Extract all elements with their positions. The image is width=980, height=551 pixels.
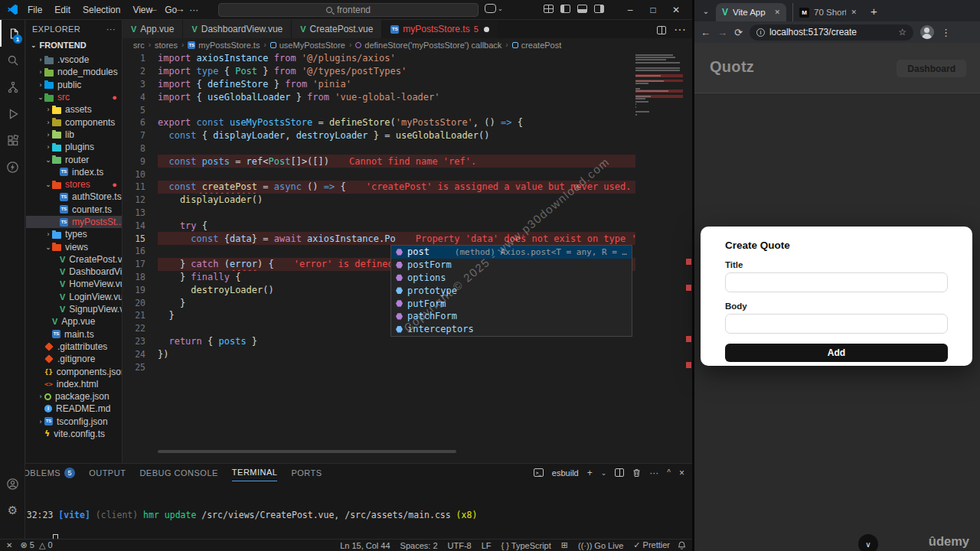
code-line-12[interactable]: 12 displayLoader() [122,194,635,207]
editor-tab-createpost-vue[interactable]: VCreatePost.vue [292,20,382,38]
code-line-10[interactable]: 10 [122,168,635,181]
suggest-item-interceptors[interactable]: interceptors [391,323,632,336]
split-terminal-icon[interactable] [615,468,624,477]
toggle-panel-icon[interactable] [577,5,587,13]
workspace-root-item[interactable]: ⌄ FRONTEND [26,38,122,52]
suggest-item-prototype[interactable]: prototype [391,284,632,297]
new-tab-button[interactable]: + [871,5,877,18]
source-control-icon[interactable] [0,73,25,100]
status-item[interactable]: Spaces: 2 [400,541,438,550]
panel-tab-output[interactable]: OUTPUT [89,464,126,481]
tree-item-createpost-vue[interactable]: VCreatePost.vue [26,253,122,266]
tree-item-index-ts[interactable]: TSindex.ts [26,166,122,178]
new-terminal-icon[interactable]: + [587,468,593,478]
run-debug-icon[interactable] [0,100,25,127]
tree-item-views[interactable]: ⌄views [26,240,122,253]
address-bar[interactable]: i localhost:5173/create ☆ [750,24,913,41]
breadcrumb-item[interactable]: src [133,41,145,50]
tree-item-components[interactable]: ›components [26,116,122,128]
breadcrumb-item[interactable]: defineStore('myPostsStore') callback [355,41,501,50]
tree-item-readme-md[interactable]: iREADME.md [26,403,122,415]
dashboard-button[interactable]: Dashboard [897,60,966,77]
tree-item-app-vue[interactable]: VApp.vue [26,315,122,328]
status-item[interactable]: Ln 15, Col 44 [340,541,390,550]
browser-back-icon[interactable]: ← [701,27,710,38]
tree-item-assets[interactable]: ›assets [26,103,122,116]
customize-layout-icon[interactable] [544,5,554,13]
menu-file[interactable]: File [21,3,48,17]
status-item[interactable]: ((·)) Go Live [578,541,623,550]
suggest-item-options[interactable]: options [391,272,632,285]
profile-avatar-icon[interactable] [920,25,934,39]
tree-item-stores[interactable]: ⌄stores● [26,178,122,191]
tree-item-authstore-ts[interactable]: TSauthStore.ts [26,191,122,203]
tree-item-node-modules[interactable]: ›node_modules [26,66,122,78]
code-line-23[interactable]: 23 return { posts } [122,335,635,348]
panel-more-actions-icon[interactable]: ··· [649,468,658,478]
tree-item-tsconfig-json[interactable]: ›TStsconfig.json [26,416,122,428]
editor-tab-app-vue[interactable]: VApp.vue [122,20,183,38]
thunder-extension-icon[interactable] [0,154,25,181]
tree-item-package-json[interactable]: ›package.json [26,390,122,403]
breadcrumb-item[interactable]: useMyPostsStore [270,41,345,50]
status-item[interactable]: UTF-8 [448,541,472,550]
tree-item-signupview-vue[interactable]: VSignupView.vue [26,303,122,315]
code-line-6[interactable]: 6export const useMyPostsStore = defineSt… [122,116,635,129]
panel-tab-terminal[interactable]: TERMINAL [232,464,278,481]
settings-gear-icon[interactable]: ⚙ [0,497,25,523]
panel-tab-ports[interactable]: PORTS [291,464,322,481]
browser-menu-icon[interactable]: ⋮ [941,27,951,38]
horizontal-scrollbar[interactable] [158,450,456,453]
editor-tab-dashboardview-vue[interactable]: VDashboardView.vue [183,20,292,38]
tree-item--gitignore[interactable]: .gitignore [26,353,122,365]
tree-item-public[interactable]: ›public [26,79,122,91]
code-line-9[interactable]: 9 const posts = ref<Post[]>([])Cannot fi… [122,155,635,168]
kill-terminal-icon[interactable] [632,468,641,478]
devtools-fab-icon[interactable]: ∨ [858,534,878,551]
tree-item--vscode[interactable]: ›.vscode [26,54,122,66]
close-panel-icon[interactable]: × [679,468,684,478]
panel-tab-debug-console[interactable]: DEBUG CONSOLE [139,464,217,481]
site-info-icon[interactable]: i [756,28,765,37]
code-line-11[interactable]: 11 const createPost = async () => {'crea… [122,181,635,194]
status-item[interactable]: ⊞ [561,540,568,550]
code-line-24[interactable]: 24}) [122,347,635,360]
code-line-5[interactable]: 5 [122,103,635,116]
code-line-4[interactable]: 4import { useGlobalLoader } from 'vue-gl… [122,90,635,103]
add-button[interactable]: Add [725,344,948,362]
editor-tab-mypostsstore-ts[interactable]: TSmyPostsStore.ts5 [382,20,498,38]
menu-selection[interactable]: Selection [77,3,126,17]
explorer-icon[interactable]: 1 [0,20,25,47]
tree-item-loginview-vue[interactable]: VLoginView.vue [26,291,122,303]
breadcrumb-item[interactable]: TSmyPostsStore.ts [188,41,260,50]
title-input[interactable] [725,272,948,292]
minimize-button[interactable]: – [619,0,642,20]
remote-indicator-icon[interactable]: ✕ [6,541,12,549]
explorer-actions-icon[interactable]: ··· [106,24,116,34]
browser-tab-70-short-and-s[interactable]: M70 Short and S✕ [792,3,863,21]
tab-search-icon[interactable]: ⌄ [697,2,714,19]
suggest-item-putform[interactable]: putForm [391,297,632,310]
toggle-secondary-sidebar-icon[interactable] [594,5,604,13]
tree-item-lib[interactable]: ›lib [26,129,122,141]
breadcrumb-item[interactable]: createPost [512,41,562,50]
browser-tab-vite-app[interactable]: VVite App✕ [716,3,786,21]
tree-item-dashboardview-[interactable]: VDashboardView... [26,266,122,278]
tree-item-components-json[interactable]: {}components.json [26,365,122,377]
tree-item-counter-ts[interactable]: TScounter.ts [26,204,122,216]
body-input[interactable] [725,314,948,334]
tab-close-icon[interactable]: ✕ [774,8,780,16]
menu-edit[interactable]: Edit [48,3,77,17]
problems-status[interactable]: ⊗ 5 △ 0 [20,540,52,550]
minimap[interactable] [635,54,683,119]
tree-item--gitattributes[interactable]: .gitattributes [26,341,122,353]
tree-item-src[interactable]: ⌄src● [26,91,122,103]
tree-item-main-ts[interactable]: TSmain.ts [26,328,122,341]
command-center-search[interactable]: frontend [218,3,479,17]
copilot-icon[interactable]: ⌄ [485,4,503,13]
code-line-15[interactable]: 15 const {data} = await axiosInstance.Po… [122,232,635,245]
code-line-7[interactable]: 7 const { displayLoader, destroyLoader }… [122,129,635,142]
status-item[interactable]: ✓ Prettier [633,540,670,550]
extensions-icon[interactable] [0,127,25,154]
status-item[interactable]: LF [482,541,492,550]
